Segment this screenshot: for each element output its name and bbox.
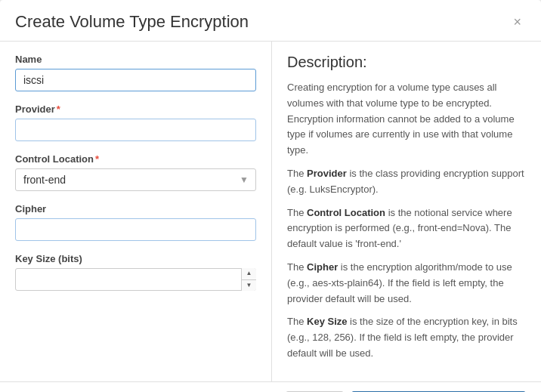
key-size-label: Key Size (bits) — [15, 253, 256, 264]
description-section: Description: Creating encryption for a v… — [272, 42, 541, 381]
description-para3: The Control Location is the notional ser… — [287, 205, 526, 252]
name-label: Name — [15, 54, 256, 65]
description-para5: The Key Size is the size of the encrypti… — [287, 314, 526, 361]
modal-dialog: Create Volume Type Encryption × Name Pro… — [0, 0, 541, 392]
form-section: Name Provider* Control Location* front-e… — [0, 42, 272, 381]
description-title: Description: — [287, 54, 526, 71]
key-size-decrement[interactable]: ▼ — [242, 280, 256, 292]
key-size-spinners: ▲ ▼ — [241, 268, 256, 291]
provider-field-group: Provider* — [15, 103, 256, 141]
key-size-input[interactable] — [15, 268, 256, 291]
description-para4: The Cipher is the encryption algorithm/m… — [287, 260, 526, 307]
name-field-group: Name — [15, 54, 256, 91]
modal-header: Create Volume Type Encryption × — [0, 0, 541, 42]
key-size-field-group: Key Size (bits) ▲ ▼ — [15, 253, 256, 291]
cipher-label: Cipher — [15, 203, 256, 215]
control-location-select-wrapper: front-end back-end ▼ — [15, 168, 256, 191]
control-location-select[interactable]: front-end back-end — [15, 168, 256, 191]
key-size-increment[interactable]: ▲ — [242, 268, 256, 280]
modal-title: Create Volume Type Encryption — [15, 12, 249, 32]
name-input[interactable] — [15, 69, 256, 91]
control-location-field-group: Control Location* front-end back-end ▼ — [15, 153, 256, 191]
close-button[interactable]: × — [509, 14, 526, 30]
control-location-label: Control Location* — [15, 153, 256, 165]
modal-body: Name Provider* Control Location* front-e… — [0, 42, 541, 381]
modal-footer: Cancel Create Volume Type Encryption — [0, 381, 541, 392]
description-para1: Creating encryption for a volume type ca… — [287, 80, 526, 159]
description-para2: The Provider is the class providing encr… — [287, 166, 526, 198]
provider-input[interactable] — [15, 119, 256, 141]
provider-label: Provider* — [15, 103, 256, 115]
cipher-field-group: Cipher — [15, 203, 256, 241]
key-size-wrapper: ▲ ▼ — [15, 268, 256, 291]
cipher-input[interactable] — [15, 218, 256, 241]
